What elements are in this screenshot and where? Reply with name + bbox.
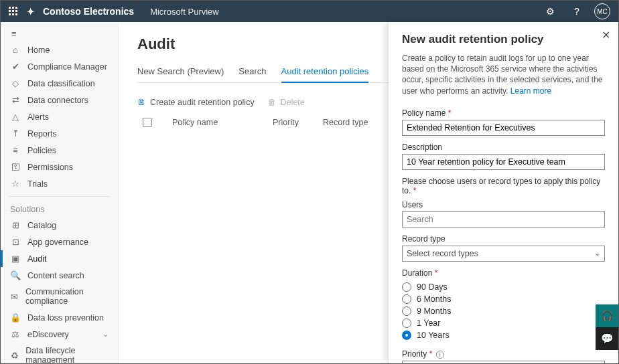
sidebar: ≡ ⌂Home✔Compliance Manager◇Data classifi… xyxy=(1,22,119,363)
floating-actions: 🎧 💬 xyxy=(596,304,618,350)
audit-icon: ▣ xyxy=(10,254,21,264)
sidebar-item-policies[interactable]: ≡Policies xyxy=(1,142,118,159)
record-type-select[interactable]: Select record types ⌄ xyxy=(402,246,605,262)
duration-option-1-year[interactable]: 1 Year xyxy=(402,318,605,328)
new-policy-panel: ✕ New audit retention policy Create a po… xyxy=(388,22,618,363)
description-input[interactable] xyxy=(402,154,605,170)
duration-option-9-months[interactable]: 9 Months xyxy=(402,306,605,316)
ediscovery-icon: ⚖ xyxy=(10,329,21,339)
app-governance-icon: ⊡ xyxy=(10,237,21,247)
tab-new-search-preview-[interactable]: New Search (Preview) xyxy=(137,62,224,82)
catalog-icon: ⊞ xyxy=(10,220,21,230)
column-policy-name: Policy name xyxy=(172,118,253,127)
sidebar-item-alerts[interactable]: △Alerts xyxy=(1,108,118,125)
sidebar-item-permissions[interactable]: ⚿Permissions xyxy=(1,159,118,175)
select-all-checkbox[interactable] xyxy=(143,118,152,127)
content-search-icon: 🔍 xyxy=(10,270,21,280)
choose-prompt: Please choose users or record types to a… xyxy=(402,177,605,195)
record-type-label: Record type xyxy=(402,234,605,244)
solutions-header: Solutions xyxy=(1,201,118,217)
data-loss-prevention-icon: 🔒 xyxy=(10,312,21,323)
sidebar-item-label: Audit xyxy=(27,254,47,264)
sidebar-item-label: Content search xyxy=(27,271,84,280)
chevron-down-icon: ⌄ xyxy=(594,249,600,258)
sidebar-item-compliance-manager[interactable]: ✔Compliance Manager xyxy=(1,58,118,75)
sidebar-item-ediscovery[interactable]: ⚖eDiscovery⌄ xyxy=(1,326,118,343)
alerts-icon: △ xyxy=(10,112,21,122)
policy-name-input[interactable] xyxy=(402,120,605,136)
learn-more-link[interactable]: Learn more xyxy=(510,86,551,96)
tab-audit-retention-policies[interactable]: Audit retention policies xyxy=(281,62,369,83)
priority-label: Priority * i xyxy=(402,349,605,359)
radio-icon xyxy=(402,331,411,340)
avatar[interactable]: MC xyxy=(594,3,610,19)
sidebar-item-data-connectors[interactable]: ⇄Data connectors xyxy=(1,92,118,108)
delete-button: 🗑 Delete xyxy=(268,98,305,107)
sidebar-item-label: Data connectors xyxy=(27,96,88,105)
description-label: Description xyxy=(402,143,605,152)
radio-icon xyxy=(402,282,411,292)
org-name: Contoso Electronics xyxy=(43,6,134,17)
create-policy-label: Create audit retention policy xyxy=(150,98,255,107)
panel-description: Create a policy to retain audit logs for… xyxy=(402,53,605,96)
communication-compliance-icon: ✉ xyxy=(10,292,19,302)
column-record-type: Record type xyxy=(323,118,376,127)
sidebar-item-reports[interactable]: ⤒Reports xyxy=(1,125,118,142)
settings-icon[interactable]: ⚙ xyxy=(541,2,559,21)
sidebar-item-label: Compliance Manager xyxy=(27,62,107,72)
sidebar-item-home[interactable]: ⌂Home xyxy=(1,41,118,58)
users-label: Users xyxy=(402,200,605,209)
close-icon[interactable]: ✕ xyxy=(602,29,610,41)
sidebar-item-label: Communication compliance xyxy=(25,287,109,306)
logo-icon: ✦ xyxy=(26,5,35,18)
sidebar-item-label: App governance xyxy=(27,238,88,247)
permissions-icon: ⚿ xyxy=(10,162,21,172)
sidebar-item-content-search[interactable]: 🔍Content search xyxy=(1,267,118,284)
duration-option-6-months[interactable]: 6 Months xyxy=(402,294,605,304)
duration-option-90-days[interactable]: 90 Days xyxy=(402,282,605,292)
policies-icon: ≡ xyxy=(10,145,21,155)
home-icon: ⌂ xyxy=(10,45,21,55)
headset-fab[interactable]: 🎧 xyxy=(596,304,618,327)
sidebar-item-label: Catalog xyxy=(27,221,56,230)
sidebar-item-catalog[interactable]: ⊞Catalog xyxy=(1,217,118,234)
sidebar-item-trials[interactable]: ☆Trials xyxy=(1,175,118,192)
policy-name-label: Policy name * xyxy=(402,108,605,118)
users-input[interactable] xyxy=(402,211,605,227)
sidebar-item-communication-compliance[interactable]: ✉Communication compliance xyxy=(1,284,118,309)
sidebar-item-label: Data lifecycle management xyxy=(25,346,109,363)
duration-label: 9 Months xyxy=(417,306,451,316)
data-connectors-icon: ⇄ xyxy=(10,95,21,105)
duration-label: 6 Months xyxy=(417,294,451,304)
help-icon[interactable]: ? xyxy=(567,2,586,21)
sidebar-item-label: Reports xyxy=(27,129,57,139)
top-bar: ✦ Contoso Electronics Microsoft Purview … xyxy=(1,1,618,22)
sidebar-item-data-loss-prevention[interactable]: 🔒Data loss prevention xyxy=(1,309,118,326)
radio-icon xyxy=(402,306,411,316)
sidebar-item-data-classification[interactable]: ◇Data classification xyxy=(1,75,118,92)
sidebar-item-label: Alerts xyxy=(27,112,49,122)
sidebar-item-data-lifecycle-management[interactable]: ♻Data lifecycle management xyxy=(1,343,118,363)
reports-icon: ⤒ xyxy=(10,128,21,139)
priority-input[interactable] xyxy=(402,361,605,363)
data-lifecycle-management-icon: ♻ xyxy=(10,351,19,361)
feedback-fab[interactable]: 💬 xyxy=(596,327,618,350)
data-classification-icon: ◇ xyxy=(10,78,21,88)
sidebar-item-app-governance[interactable]: ⊡App governance xyxy=(1,234,118,250)
sidebar-item-label: Data classification xyxy=(27,79,95,88)
sidebar-item-label: Data loss prevention xyxy=(27,313,104,323)
document-icon: 🗎 xyxy=(137,98,146,107)
duration-option-10-years[interactable]: 10 Years xyxy=(402,331,605,340)
sidebar-item-label: Trials xyxy=(27,179,48,189)
create-policy-button[interactable]: 🗎 Create audit retention policy xyxy=(137,98,255,107)
duration-label: 1 Year xyxy=(417,318,440,328)
app-launcher[interactable] xyxy=(9,7,18,16)
collapse-nav-icon[interactable]: ≡ xyxy=(1,26,118,41)
sidebar-item-audit[interactable]: ▣Audit xyxy=(1,250,118,267)
tab-search[interactable]: Search xyxy=(238,62,266,82)
info-icon[interactable]: i xyxy=(436,351,444,359)
compliance-manager-icon: ✔ xyxy=(10,62,21,72)
sidebar-item-label: Policies xyxy=(27,146,56,155)
radio-icon xyxy=(402,318,411,328)
radio-icon xyxy=(402,294,411,304)
